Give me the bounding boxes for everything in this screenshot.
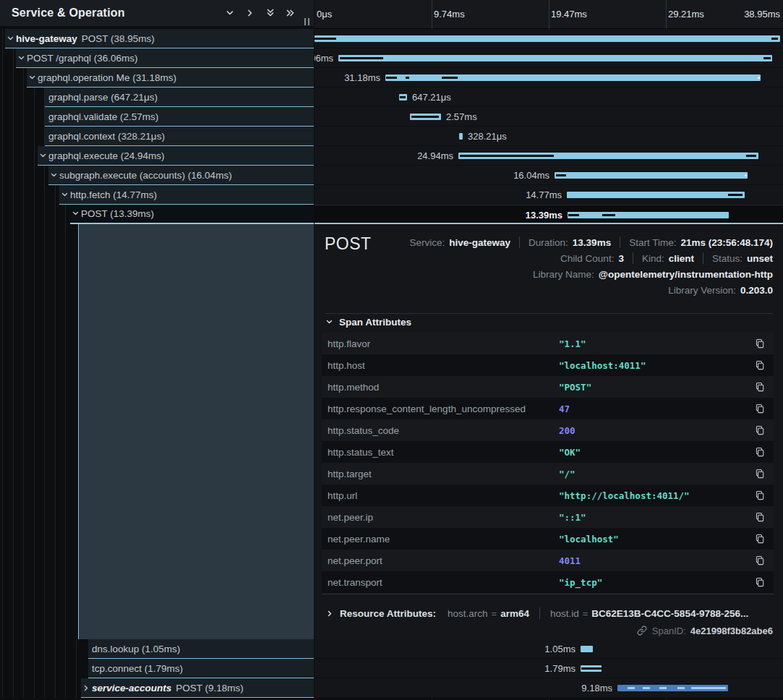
copy-icon[interactable] [755, 555, 765, 565]
copy-icon[interactable] [755, 534, 765, 544]
span-operation-label: http.fetch (14.77ms) [70, 189, 157, 200]
copy-icon[interactable] [755, 577, 765, 587]
span-bar-row[interactable]: 9.18ms [315, 678, 783, 698]
indent-guide-line [2, 68, 3, 88]
chevron-down-icon[interactable] [50, 171, 59, 179]
expand-one-icon[interactable] [240, 3, 260, 23]
detail-meta-line-4: Library Version: 0.203.0 [668, 282, 773, 298]
span-bar-row[interactable]: 1.79ms [315, 659, 783, 678]
indent-guide-line [65, 205, 66, 224]
span-row[interactable]: graphql.operation Me (31.18ms) [0, 68, 314, 88]
span-row[interactable]: POST (13.39ms) [0, 205, 314, 224]
copy-icon[interactable] [755, 512, 765, 522]
span-bar[interactable] [568, 212, 729, 218]
attribute-key: http.method [328, 382, 379, 393]
resource-equals: = [492, 608, 497, 619]
indent-guide-line [13, 659, 14, 678]
start-time-value: 21ms (23:56:48.174) [680, 237, 773, 248]
span-attributes-title: Span Attributes [339, 317, 411, 328]
span-row[interactable]: graphql.context (328.21μs) [0, 127, 314, 146]
span-bar[interactable] [459, 133, 463, 140]
span-attributes-header[interactable]: Span Attributes [325, 317, 411, 328]
span-bar[interactable] [581, 646, 593, 652]
panel-resize-handle[interactable] [304, 18, 311, 25]
span-bar[interactable] [555, 172, 748, 179]
span-row[interactable]: dns.lookup (1.05ms) [0, 639, 314, 659]
link-icon[interactable] [637, 626, 647, 636]
meta-separator [620, 236, 620, 248]
span-row[interactable]: http.fetch (14.77ms) [0, 185, 314, 205]
span-bar-mark [411, 116, 439, 118]
collapse-all-icon[interactable] [260, 3, 281, 23]
span-row[interactable]: graphql.validate (2.57ms) [0, 107, 314, 127]
copy-icon[interactable] [755, 382, 765, 392]
chevron-down-icon[interactable] [17, 54, 27, 62]
attribute-value: 47 [559, 404, 570, 414]
indent-guide-line [13, 185, 14, 205]
span-bar-row[interactable]: 13.39ms [315, 205, 783, 224]
indent-guide-line [13, 224, 14, 639]
span-row[interactable]: tcp.connect (1.79ms) [0, 659, 314, 678]
span-row[interactable]: POST /graphql (36.06ms) [0, 48, 314, 68]
span-bar-mark [771, 38, 778, 40]
copy-icon[interactable] [755, 338, 765, 349]
chevron-down-icon[interactable] [28, 74, 38, 82]
ruler-tick-label: 0μs [317, 0, 332, 29]
resource-key: host.arch [448, 608, 488, 619]
span-row[interactable]: service-accountsPOST (9.18ms) [0, 678, 314, 698]
span-bar-row[interactable]: 36.06ms [315, 48, 783, 68]
indent-guide-line [34, 205, 35, 224]
chevron-down-icon[interactable] [61, 191, 70, 199]
span-duration-label: 647.21μs [412, 88, 451, 107]
span-row-cell: subgraph.execute (accounts) (16.04ms) [48, 166, 314, 185]
span-duration-label: 1.05ms [544, 639, 576, 659]
indent-guide-line [13, 678, 14, 698]
chevron-right-icon[interactable] [82, 684, 92, 692]
span-row-cell: graphql.parse (647.21μs) [45, 88, 314, 107]
attribute-row: net.transport"ip_tcp" [322, 571, 774, 593]
span-row[interactable]: subgraph.execute (accounts) (16.04ms) [0, 166, 314, 185]
span-bar[interactable] [315, 35, 780, 42]
span-bar-row[interactable]: 38.95ms [315, 29, 783, 48]
trace-viewer: Service & Operation hive-gatewayPOST (38… [0, 0, 783, 700]
span-bar-row[interactable]: 2.57ms [315, 107, 783, 127]
chevron-down-icon[interactable] [39, 152, 48, 160]
copy-icon[interactable] [755, 360, 765, 370]
attribute-value: 4011 [559, 555, 581, 566]
attribute-row: net.peer.name"localhost" [322, 528, 774, 550]
span-row[interactable]: graphql.execute (24.94ms) [0, 146, 314, 166]
copy-icon[interactable] [755, 447, 765, 457]
span-bar-row[interactable]: 14.77ms [315, 185, 783, 205]
span-bar-row[interactable]: 328.21μs [315, 127, 783, 146]
span-bar[interactable] [338, 55, 772, 61]
expand-all-icon[interactable] [281, 3, 301, 23]
indent-guide-line [23, 185, 24, 205]
indent-guide-line [44, 166, 45, 185]
status-value: unset [747, 253, 773, 264]
span-bar-row[interactable]: 24.94ms [315, 146, 783, 166]
span-bar-mark [746, 155, 756, 157]
span-row[interactable]: graphql.parse (647.21μs) [0, 88, 314, 107]
span-row-cell: graphql.execute (24.94ms) [38, 146, 314, 166]
start-time-label: Start Time: [629, 237, 676, 248]
resource-value: arm64 [500, 608, 529, 619]
attribute-key: http.flavor [328, 338, 370, 349]
span-bar-row[interactable]: 16.04ms [315, 166, 783, 185]
chevron-down-icon[interactable] [7, 35, 16, 43]
collapse-one-icon[interactable] [220, 3, 240, 23]
indent-guide-line [34, 224, 35, 639]
copy-icon[interactable] [755, 490, 765, 500]
span-bar-row[interactable]: 647.21μs [315, 88, 783, 107]
span-bar-row[interactable]: 31.18ms [315, 68, 783, 88]
copy-icon[interactable] [755, 425, 765, 435]
attribute-key: http.response_content_length_uncompresse… [328, 404, 526, 414]
indent-guide-line [34, 127, 35, 146]
chevron-down-icon[interactable] [72, 210, 81, 218]
span-bar-mark [400, 96, 406, 98]
resource-attributes-row[interactable]: Resource Attributes: host.arch=arm64host… [326, 603, 748, 623]
copy-icon[interactable] [755, 404, 765, 414]
span-row[interactable]: hive-gatewayPOST (38.95ms) [0, 29, 314, 48]
span-bar[interactable] [567, 192, 745, 198]
span-bar-row[interactable]: 1.05ms [315, 639, 783, 659]
copy-icon[interactable] [755, 469, 765, 479]
